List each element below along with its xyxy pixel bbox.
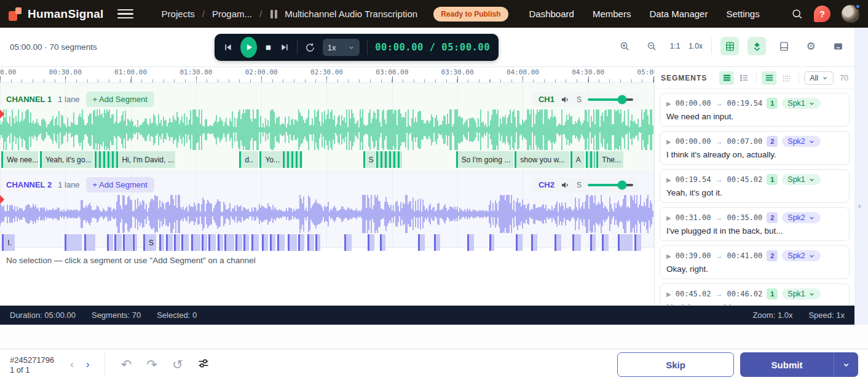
user-avatar[interactable] (842, 5, 859, 23)
segment-transcript-text[interactable]: I've plugged it in the back, but... (666, 226, 843, 236)
slider-knob[interactable] (618, 180, 627, 189)
timeline-segment[interactable]: So I'm going ... (456, 151, 514, 168)
segment-transcript-text[interactable]: Yeah, it's got it. (666, 188, 843, 197)
nav-members[interactable]: Members (593, 9, 631, 19)
speaker-select[interactable]: Spk1 (782, 174, 821, 185)
segments-filter-select[interactable]: All (804, 71, 834, 85)
segment-card[interactable]: ▶00:00.00→00:19.541Spk1We need an input. (660, 93, 850, 127)
skip-to-end-button[interactable] (280, 42, 290, 52)
timeline-segment[interactable] (84, 234, 95, 251)
speaker-select[interactable]: Spk2 (782, 250, 821, 261)
zoom-in-icon[interactable] (616, 37, 634, 55)
timeline-segment[interactable] (174, 234, 180, 251)
zoom-out-icon[interactable] (643, 37, 661, 55)
timeline-segment[interactable]: S (143, 234, 156, 251)
timeline-segment[interactable] (590, 234, 596, 251)
timeline-segment[interactable] (516, 234, 523, 251)
timeline-segment[interactable] (368, 234, 374, 251)
timeline-segment[interactable] (277, 234, 285, 251)
segment-card[interactable]: ▶00:39.00→00:41.002Spk2Okay, right. (660, 245, 850, 279)
segment-play-icon[interactable]: ▶ (666, 291, 671, 298)
list-view-icon[interactable] (736, 71, 751, 85)
channel-2-volume-slider[interactable] (588, 184, 633, 186)
timeline-segment[interactable] (618, 234, 632, 251)
speaker-select[interactable]: Spk1 (782, 98, 821, 109)
timeline-segment[interactable] (376, 151, 403, 168)
keyboard-icon[interactable] (829, 37, 847, 55)
channel-1-volume-slider[interactable] (588, 98, 633, 101)
timeline-segment[interactable] (159, 234, 165, 251)
submit-dropdown-button[interactable] (834, 352, 858, 377)
slider-knob[interactable] (618, 95, 627, 104)
timeline-segment[interactable] (166, 234, 173, 251)
compact-rows-icon[interactable] (762, 71, 776, 85)
timeline-segment[interactable]: The... (596, 151, 623, 168)
timeline-segment[interactable] (243, 234, 250, 251)
segment-play-icon[interactable]: ▶ (666, 253, 671, 259)
next-task-button[interactable]: › (80, 356, 96, 373)
stop-button[interactable] (264, 44, 272, 52)
timeline-segment[interactable]: Yeah, it's go... (40, 151, 93, 168)
timeline-segment[interactable]: I. (2, 234, 15, 251)
timeline-segment[interactable] (489, 234, 495, 251)
timeline-segment[interactable] (133, 234, 137, 251)
timeline-segment[interactable] (602, 234, 609, 251)
timeline-segment[interactable] (434, 234, 440, 251)
speaker-select[interactable]: Spk2 (782, 212, 821, 223)
segment-transcript-text[interactable]: We need an input. (666, 112, 843, 121)
timeline-segment[interactable]: We nee... (1, 151, 38, 168)
loop-icon[interactable] (305, 42, 315, 53)
timeline-segment[interactable]: S (363, 151, 376, 168)
timeline-segment[interactable] (202, 234, 208, 251)
timeline-segment[interactable] (262, 234, 269, 251)
volume-icon[interactable] (561, 180, 570, 190)
dotted-rows-icon[interactable] (779, 71, 794, 85)
help-icon[interactable]: ? (814, 6, 831, 22)
timeline-segment[interactable] (270, 234, 275, 251)
segment-play-icon[interactable]: ▶ (666, 138, 671, 145)
timeline-segment[interactable]: Hi, I'm David, ... (116, 151, 175, 168)
channel-2-waveform[interactable] (0, 195, 654, 233)
timeline-segment[interactable] (283, 151, 302, 168)
speed-select[interactable]: 1x (323, 39, 360, 56)
layers-icon[interactable] (748, 37, 766, 55)
timeline-segment[interactable] (288, 234, 297, 251)
timeline-segment[interactable] (315, 234, 321, 251)
timeline-segment[interactable] (586, 151, 595, 168)
timeline-segment[interactable] (191, 234, 200, 251)
timeline-segment[interactable] (251, 234, 259, 251)
search-icon[interactable] (791, 8, 803, 20)
settings-sliders-icon[interactable] (190, 356, 217, 374)
undo-icon[interactable]: ↶ (114, 356, 140, 373)
timeline-segment[interactable] (531, 234, 537, 251)
prev-task-button[interactable]: ‹ (64, 356, 80, 373)
channel-1-add-segment-button[interactable]: + Add Segment (86, 92, 154, 107)
solo-label[interactable]: S (577, 181, 582, 189)
segment-card[interactable]: ▶00:19.54→00:45.021Spk1Yeah, it's got it… (660, 169, 850, 203)
timeline-segment[interactable] (634, 234, 641, 251)
timeline-segment[interactable]: A (570, 151, 585, 168)
redo-icon[interactable]: ↷ (139, 356, 165, 373)
timeline-segment[interactable] (114, 234, 122, 251)
timeline-segment[interactable] (218, 234, 223, 251)
skip-to-start-button[interactable] (223, 42, 233, 52)
timeline-segment[interactable] (65, 234, 82, 251)
breadcrumb-projects[interactable]: Projects (162, 9, 195, 19)
timeline-segment[interactable] (208, 234, 216, 251)
timeline-segment[interactable] (224, 234, 234, 251)
segment-card[interactable]: ▶00:31.00→00:35.002Spk2I've plugged it i… (660, 207, 850, 241)
segment-play-icon[interactable]: ▶ (666, 100, 671, 107)
segment-transcript-text[interactable]: Okay, right. (666, 264, 843, 274)
channel-2-add-segment-button[interactable]: + Add Segment (86, 177, 154, 192)
skip-button[interactable]: Skip (617, 352, 734, 377)
segment-transcript-text[interactable]: I think it's already on, actually. (666, 150, 843, 159)
timeline-segment[interactable] (467, 234, 475, 251)
timeline-segment[interactable] (123, 234, 132, 251)
timeline-segment[interactable] (235, 234, 242, 251)
play-button[interactable] (240, 37, 257, 58)
nav-settings[interactable]: Settings (726, 9, 759, 19)
timeline-segment[interactable] (554, 234, 561, 251)
solo-label[interactable]: S (577, 95, 582, 104)
timeline-segment[interactable]: Yo... (259, 151, 282, 168)
collapse-chevron-icon[interactable]: ‹ (858, 201, 861, 210)
